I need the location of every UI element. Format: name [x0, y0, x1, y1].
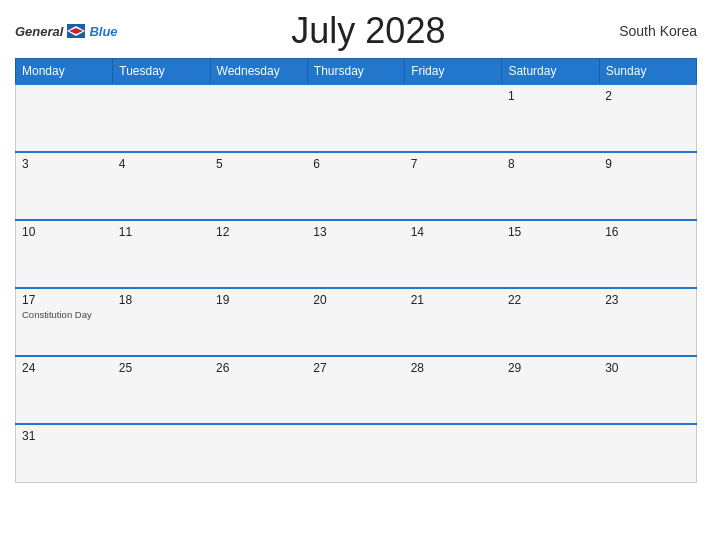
- col-sunday: Sunday: [599, 59, 696, 85]
- calendar-cell: 28: [405, 356, 502, 424]
- logo-flag-icon: [67, 24, 85, 38]
- day-number: 3: [22, 157, 107, 171]
- calendar-cell: 25: [113, 356, 210, 424]
- day-number: 18: [119, 293, 204, 307]
- calendar-week-row: 17Constitution Day181920212223: [16, 288, 697, 356]
- day-number: 12: [216, 225, 301, 239]
- day-number: 22: [508, 293, 593, 307]
- day-number: 5: [216, 157, 301, 171]
- day-number: 11: [119, 225, 204, 239]
- day-number: 4: [119, 157, 204, 171]
- calendar-cell: 17Constitution Day: [16, 288, 113, 356]
- calendar-cell: 7: [405, 152, 502, 220]
- day-number: 30: [605, 361, 690, 375]
- day-number: 19: [216, 293, 301, 307]
- logo: General Blue: [15, 24, 118, 39]
- day-number: 24: [22, 361, 107, 375]
- day-number: 1: [508, 89, 593, 103]
- day-number: 21: [411, 293, 496, 307]
- col-friday: Friday: [405, 59, 502, 85]
- day-number: 29: [508, 361, 593, 375]
- day-number: 10: [22, 225, 107, 239]
- calendar-cell: 13: [307, 220, 404, 288]
- calendar-table: Monday Tuesday Wednesday Thursday Friday…: [15, 58, 697, 483]
- calendar-week-row: 12: [16, 84, 697, 152]
- calendar-cell: [405, 424, 502, 482]
- calendar-cell: [210, 84, 307, 152]
- day-number: 2: [605, 89, 690, 103]
- day-number: 28: [411, 361, 496, 375]
- calendar-cell: 29: [502, 356, 599, 424]
- calendar-cell: 21: [405, 288, 502, 356]
- weekday-header-row: Monday Tuesday Wednesday Thursday Friday…: [16, 59, 697, 85]
- calendar-cell: [307, 424, 404, 482]
- calendar-cell: 27: [307, 356, 404, 424]
- calendar-cell: 8: [502, 152, 599, 220]
- day-number: 15: [508, 225, 593, 239]
- logo-general-text: General: [15, 24, 63, 39]
- day-number: 6: [313, 157, 398, 171]
- calendar-week-row: 10111213141516: [16, 220, 697, 288]
- calendar-week-row: 3456789: [16, 152, 697, 220]
- calendar-cell: 15: [502, 220, 599, 288]
- country-label: South Korea: [619, 23, 697, 39]
- calendar-cell: [405, 84, 502, 152]
- day-number: 8: [508, 157, 593, 171]
- day-number: 14: [411, 225, 496, 239]
- day-number: 25: [119, 361, 204, 375]
- calendar-cell: [502, 424, 599, 482]
- page: General Blue July 2028 South Korea Monda…: [0, 0, 712, 550]
- calendar-cell: [599, 424, 696, 482]
- calendar-cell: 20: [307, 288, 404, 356]
- calendar-cell: 3: [16, 152, 113, 220]
- col-saturday: Saturday: [502, 59, 599, 85]
- day-event: Constitution Day: [22, 309, 107, 320]
- col-wednesday: Wednesday: [210, 59, 307, 85]
- calendar-week-row: 31: [16, 424, 697, 482]
- calendar-cell: 6: [307, 152, 404, 220]
- calendar-cell: 22: [502, 288, 599, 356]
- day-number: 23: [605, 293, 690, 307]
- calendar-cell: 14: [405, 220, 502, 288]
- day-number: 31: [22, 429, 107, 443]
- calendar-cell: 16: [599, 220, 696, 288]
- day-number: 17: [22, 293, 107, 307]
- day-number: 9: [605, 157, 690, 171]
- calendar-cell: 18: [113, 288, 210, 356]
- calendar-cell: 9: [599, 152, 696, 220]
- calendar-cell: 4: [113, 152, 210, 220]
- col-tuesday: Tuesday: [113, 59, 210, 85]
- calendar-cell: [113, 84, 210, 152]
- calendar-cell: 26: [210, 356, 307, 424]
- col-thursday: Thursday: [307, 59, 404, 85]
- day-number: 26: [216, 361, 301, 375]
- day-number: 20: [313, 293, 398, 307]
- calendar-header: General Blue July 2028 South Korea: [15, 10, 697, 52]
- calendar-cell: [210, 424, 307, 482]
- calendar-cell: 30: [599, 356, 696, 424]
- col-monday: Monday: [16, 59, 113, 85]
- calendar-cell: 23: [599, 288, 696, 356]
- calendar-cell: 11: [113, 220, 210, 288]
- calendar-cell: 5: [210, 152, 307, 220]
- calendar-cell: 1: [502, 84, 599, 152]
- calendar-cell: [113, 424, 210, 482]
- calendar-cell: 12: [210, 220, 307, 288]
- day-number: 27: [313, 361, 398, 375]
- logo-blue-text: Blue: [89, 24, 117, 39]
- calendar-cell: 24: [16, 356, 113, 424]
- calendar-cell: [307, 84, 404, 152]
- day-number: 13: [313, 225, 398, 239]
- calendar-cell: [16, 84, 113, 152]
- day-number: 16: [605, 225, 690, 239]
- calendar-cell: 2: [599, 84, 696, 152]
- calendar-title: July 2028: [118, 10, 620, 52]
- day-number: 7: [411, 157, 496, 171]
- calendar-cell: 10: [16, 220, 113, 288]
- calendar-cell: 31: [16, 424, 113, 482]
- calendar-cell: 19: [210, 288, 307, 356]
- calendar-week-row: 24252627282930: [16, 356, 697, 424]
